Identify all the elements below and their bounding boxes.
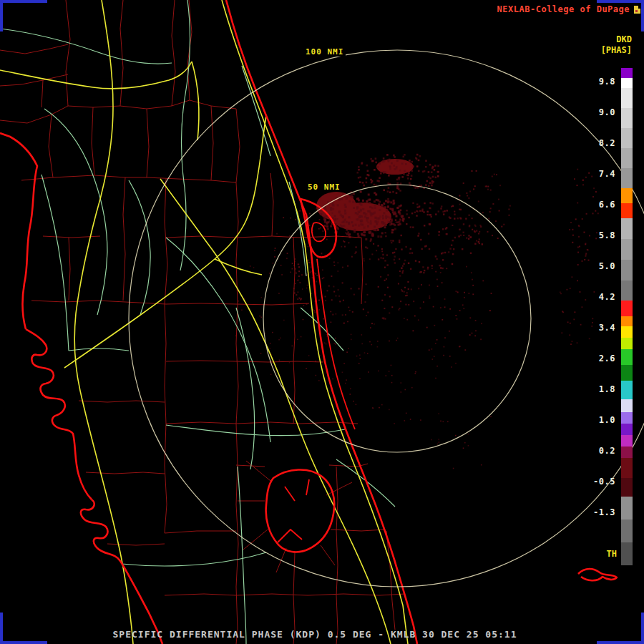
radar-display: 100 NMI 50 NMI NEXLAB-College of DuPage … bbox=[0, 0, 644, 644]
florida-radar-map bbox=[0, 0, 644, 644]
colorbar-segment bbox=[621, 497, 633, 519]
colorbar-segment bbox=[621, 519, 633, 542]
colorbar-segment bbox=[621, 326, 633, 338]
colorbar-tick-label: -1.3 bbox=[580, 507, 615, 517]
product-label: DKD bbox=[616, 34, 632, 44]
tampa-bay bbox=[26, 329, 92, 499]
corner-mark-bottom-right bbox=[641, 613, 644, 644]
colorbar-tick-label: 5.8 bbox=[580, 230, 615, 240]
ring-label-50nmi: 50 NMI bbox=[306, 182, 343, 192]
corner-mark-bottom-left bbox=[0, 613, 3, 644]
range-ring-100nmi bbox=[129, 50, 644, 587]
colorbar-tick-label: 6.6 bbox=[580, 200, 615, 210]
colorbar-segment bbox=[621, 458, 633, 478]
colorbar-segment bbox=[621, 239, 633, 260]
colorbar-segment bbox=[621, 447, 633, 458]
colorbar-tick-label: 3.4 bbox=[580, 323, 615, 333]
colorbar-segment bbox=[621, 168, 633, 188]
colorbar-segment bbox=[621, 203, 633, 218]
footer-caption: SPECIFIC DIFFERENTIAL PHASE (KDP) 0.5 DE… bbox=[0, 629, 630, 640]
lake-okeechobee bbox=[266, 469, 335, 552]
colorbar-segment bbox=[621, 88, 633, 108]
corner-mark-top-left bbox=[0, 0, 3, 31]
corner-mark-top-right bbox=[641, 0, 644, 31]
colorbar-tick-label: 2.6 bbox=[580, 353, 615, 364]
colorbar-segment bbox=[621, 435, 633, 447]
threshold-label: TH bbox=[607, 549, 617, 559]
colorbar-segment bbox=[621, 399, 633, 412]
colorbar-segment bbox=[621, 365, 633, 381]
colorbar-segment bbox=[621, 68, 633, 78]
colorbar-segment bbox=[621, 381, 633, 399]
colorbar-tick-label: 5.0 bbox=[580, 261, 615, 271]
colorbar-segment bbox=[621, 542, 633, 565]
range-ring-50nmi bbox=[263, 185, 531, 452]
site-title: NEXLAB-College of DuPage bbox=[497, 4, 630, 14]
range-rings bbox=[129, 50, 644, 587]
colorbar-tick-label: -0.5 bbox=[580, 477, 615, 487]
colorbar-tick-label: 9.8 bbox=[580, 77, 615, 87]
colorbar-tick-label: 0.2 bbox=[580, 446, 615, 456]
colorbar-segment bbox=[621, 316, 633, 326]
units-label: [PHAS] bbox=[601, 45, 632, 55]
colorbar-segment bbox=[621, 301, 633, 316]
colorbar-segment bbox=[621, 148, 633, 168]
coastline bbox=[0, 0, 617, 644]
colorbar-segment bbox=[621, 424, 633, 435]
colorbar-segment bbox=[621, 280, 633, 301]
minor-roads bbox=[0, 0, 395, 644]
colorbar-segment bbox=[621, 338, 633, 349]
colorbar-tick-label: 1.0 bbox=[580, 415, 615, 425]
county-lines bbox=[0, 0, 405, 644]
charlotte-harbor bbox=[81, 499, 162, 644]
colorbar-tick-label: 7.4 bbox=[580, 169, 615, 179]
major-roads bbox=[0, 0, 408, 644]
colorbar-segment bbox=[621, 108, 633, 128]
colorbar-segment bbox=[621, 412, 633, 424]
colorbar-tick-label: 1.8 bbox=[580, 384, 615, 394]
colorbar-segment bbox=[621, 218, 633, 239]
colorbar-segment bbox=[621, 188, 633, 203]
corner-mark-bottom-right bbox=[597, 641, 644, 644]
radar-echo-layer bbox=[235, 154, 599, 469]
southeast-coast-fragment bbox=[578, 569, 617, 580]
colorbar-segment bbox=[621, 128, 633, 148]
corner-mark-top-right bbox=[597, 0, 644, 3]
colorbar-tick-label: 8.2 bbox=[580, 138, 615, 148]
ring-label-100nmi: 100 NMI bbox=[303, 47, 346, 57]
corner-mark-top-left bbox=[0, 0, 47, 3]
corner-mark-bottom-left bbox=[0, 641, 47, 644]
colorbar-segment bbox=[621, 260, 633, 280]
colorbar bbox=[621, 68, 633, 565]
colorbar-tick-label: 4.2 bbox=[580, 292, 615, 302]
colorbar-segment bbox=[621, 349, 633, 365]
colorbar-segment bbox=[621, 478, 633, 497]
colorbar-tick-label: 9.0 bbox=[580, 107, 615, 117]
colorbar-segment bbox=[621, 78, 633, 88]
